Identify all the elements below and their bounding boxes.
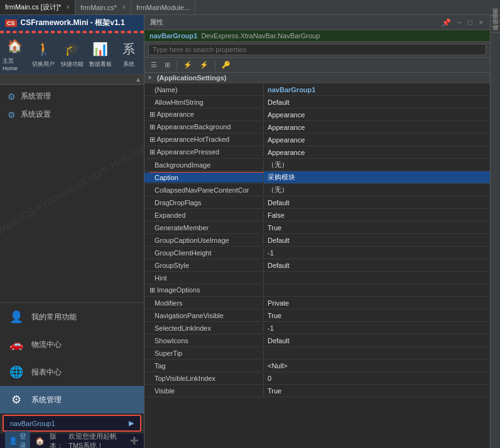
- toolbar-btn-home-label: 主页Home: [3, 57, 27, 72]
- toolbar-btn-dashboard[interactable]: 📊 数据看板: [88, 36, 112, 72]
- prop-row-selectedlink: SelectedLinkIndex -1: [144, 322, 490, 334]
- navbar-group-label[interactable]: navBarGroup1 ▶: [3, 415, 141, 432]
- side-tab-1[interactable]: 图表: [491, 15, 500, 21]
- left-panel: CS CSFramework.Mini - 框架v1.1 🏠 主页Home 🚶 …: [0, 15, 144, 448]
- toolbar-btn-switch-user-label: 切换用户: [32, 60, 55, 68]
- gear-icon-2: ⚙: [8, 110, 16, 120]
- props-tb-props[interactable]: ⚡: [197, 60, 211, 70]
- side-tab-4[interactable]: 解决: [491, 32, 500, 38]
- status-bar: 👤 登录 🏠 版本： 欢迎您使用起帆TMS系统！ ➕: [0, 433, 144, 448]
- prop-value-bgimage[interactable]: （无）: [264, 159, 490, 171]
- tab-cs-close[interactable]: ×: [122, 4, 126, 11]
- bottom-nav: 👤 我的常用功能 🚗 物流中心 🌐 报表中心 ⚙ 系统管理: [0, 302, 144, 413]
- prop-row-generatemember: GenerateMember True: [144, 221, 490, 234]
- app-title: CSFramework.Mini - 框架v1.1: [21, 18, 125, 28]
- tab-design[interactable]: frmMain.cs [设计]* ×: [0, 0, 75, 14]
- prop-value-modifiers[interactable]: Private: [264, 298, 490, 308]
- prop-row-groupstyle: GroupStyle Default: [144, 259, 490, 272]
- welcome-text: 欢迎您使用起帆TMS系统！: [68, 432, 125, 449]
- tab-design-close[interactable]: ×: [66, 4, 70, 11]
- prop-value-caption[interactable]: 采购模块: [264, 171, 490, 183]
- props-close-btn[interactable]: ×: [477, 18, 485, 27]
- toolbar-btn-system[interactable]: 系 系统: [117, 36, 141, 72]
- sysmanage-icon: ⚙: [8, 391, 25, 408]
- prop-row-expanded: Expanded False: [144, 209, 490, 221]
- prop-name-caption: Caption: [144, 173, 264, 183]
- prop-value-visible[interactable]: True: [264, 386, 490, 396]
- nav-collapse-bar[interactable]: ▲: [0, 75, 144, 85]
- toolbar-btn-home[interactable]: 🏠 主页Home: [3, 36, 27, 72]
- prop-value-showicons[interactable]: Default: [264, 336, 490, 346]
- side-tab-3[interactable]: 输出: [491, 26, 500, 32]
- prop-row-supertip: SuperTip: [144, 347, 490, 360]
- prop-value-topvisible[interactable]: 0: [264, 373, 490, 383]
- logistics-icon: 🚗: [8, 336, 25, 353]
- prop-name-dragdrop: DragDropFlags: [144, 198, 264, 208]
- tab-bar: frmMain.cs [设计]* × frmMain.cs* × frmMain…: [0, 0, 500, 15]
- prop-value-tag[interactable]: <Null>: [264, 361, 490, 371]
- expand-icon-appearance: ⊞: [149, 110, 156, 118]
- login-button[interactable]: 👤 登录: [5, 431, 30, 449]
- prop-name-expanded: Expanded: [144, 210, 264, 220]
- props-tb-categorized[interactable]: ☰: [148, 60, 160, 70]
- props-tb-key[interactable]: 🔑: [219, 60, 233, 70]
- prop-value-imageoptions[interactable]: [264, 289, 490, 292]
- tab-module[interactable]: frmMainModule...: [131, 0, 195, 14]
- nav-item-reports[interactable]: 🌐 报表中心: [0, 358, 144, 386]
- prop-value-appearance-hot[interactable]: Appearance: [264, 135, 490, 145]
- prop-row-navpanevisible: NavigationPaneVisible True: [144, 309, 490, 322]
- section-expand-icon: ▼: [147, 75, 153, 81]
- prop-value-collapsednav[interactable]: （无）: [264, 184, 490, 196]
- toolbar-btn-shortcuts[interactable]: 🎓 快捷功能: [60, 36, 84, 72]
- props-tb-divider-2: [215, 60, 215, 70]
- expand-icon-pressed: ⊞: [149, 148, 156, 156]
- props-section-app[interactable]: ▼ (ApplicationSettings): [144, 73, 490, 83]
- prop-value-groupstyle[interactable]: Default: [264, 260, 490, 270]
- props-minimize-btn[interactable]: −: [455, 18, 464, 27]
- prop-value-groupcaptionimg[interactable]: Default: [264, 235, 490, 245]
- prop-name-imageoptions: ⊞ ImageOptions: [144, 285, 264, 296]
- props-tb-events[interactable]: ⚡: [181, 60, 195, 70]
- prop-row-topvisible: TopVisibleLinkIndex 0: [144, 372, 490, 385]
- prop-value-hint[interactable]: [264, 277, 490, 279]
- prop-value-name[interactable]: navBarGroup1: [264, 85, 490, 95]
- prop-name-appearance-bg: ⊞ AppearanceBackground: [144, 122, 264, 132]
- nav-item-system-settings[interactable]: ⚙ 系统设置: [0, 105, 144, 124]
- prop-name-modifiers: Modifiers: [144, 298, 264, 308]
- props-search-input[interactable]: [148, 44, 486, 55]
- props-title: 属性: [149, 18, 163, 27]
- prop-name-label: (Name): [144, 85, 264, 95]
- status-add-icon: ➕: [130, 437, 139, 445]
- prop-value-expanded[interactable]: False: [264, 210, 490, 220]
- prop-row-groupcaptionimg: GroupCaptionUseImage Default: [144, 234, 490, 247]
- prop-value-generatemember[interactable]: True: [264, 223, 490, 233]
- nav-panel: ▲ ⚙ 系统管理 ⚙ 系统设置 www.CS-Framework.com H-A…: [0, 75, 144, 302]
- side-tab-2[interactable]: 错误: [491, 21, 500, 26]
- props-header-controls: 📌 − □ ×: [440, 18, 485, 27]
- toolbar-btn-switch-user[interactable]: 🚶 切换用户: [31, 36, 55, 72]
- nav-item-logistics[interactable]: 🚗 物流中心: [0, 331, 144, 358]
- props-pin-btn[interactable]: 📌: [440, 18, 453, 27]
- prop-value-supertip[interactable]: [264, 352, 490, 355]
- prop-row-appearance-pressed: ⊞ AppearancePressed Appearance: [144, 146, 490, 159]
- nav-item-favorites[interactable]: 👤 我的常用功能: [0, 303, 144, 331]
- prop-value-allowhtml[interactable]: Default: [264, 97, 490, 107]
- prop-value-dragdrop[interactable]: Default: [264, 198, 490, 208]
- version-label: 版本：: [50, 432, 63, 449]
- nav-item-system-manage-label: 系统管理: [21, 91, 51, 102]
- props-tb-alpha[interactable]: ⊞: [162, 60, 173, 70]
- prop-value-appearance-pressed[interactable]: Appearance: [264, 147, 490, 157]
- props-header: 属性 📌 − □ ×: [144, 15, 490, 30]
- prop-value-navpanevisible[interactable]: True: [264, 311, 490, 321]
- prop-value-appearance[interactable]: Appearance: [264, 110, 490, 120]
- prop-row-showicons: ShowIcons Default: [144, 334, 490, 347]
- prop-name-appearance: ⊞ Appearance: [144, 109, 264, 120]
- prop-value-groupclientheight[interactable]: -1: [264, 248, 490, 258]
- tab-cs[interactable]: frmMain.cs* ×: [75, 0, 131, 14]
- prop-value-selectedlink[interactable]: -1: [264, 323, 490, 333]
- nav-item-sysmanage[interactable]: ⚙ 系统管理: [0, 386, 144, 413]
- login-label: 登录: [19, 432, 26, 449]
- prop-value-appearance-bg[interactable]: Appearance: [264, 122, 490, 132]
- nav-item-system-manage[interactable]: ⚙ 系统管理: [0, 87, 144, 105]
- props-maximize-btn[interactable]: □: [466, 18, 474, 27]
